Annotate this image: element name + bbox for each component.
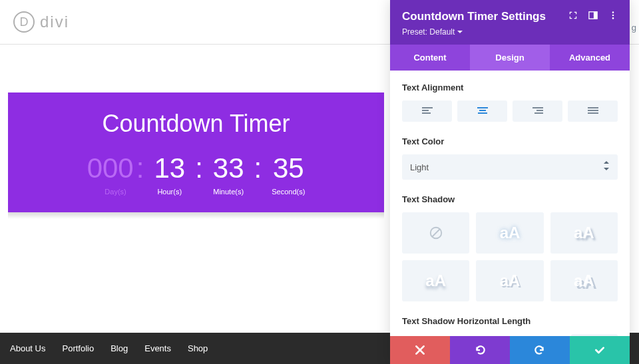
svg-point-2 xyxy=(612,11,614,13)
undo-button[interactable] xyxy=(450,336,510,364)
label-text-alignment: Text Alignment xyxy=(402,83,618,92)
text-color-select[interactable]: Light xyxy=(402,154,618,180)
panel-footer xyxy=(390,336,630,364)
countdown-minutes-label: Minute(s) xyxy=(213,188,244,196)
shadow-preset-5-button[interactable]: aA xyxy=(550,260,618,301)
countdown-days: 000: Day(s) xyxy=(87,154,144,196)
countdown-seconds-value: 35 xyxy=(273,154,304,182)
shadow-preset-4-button[interactable]: aA xyxy=(476,260,543,301)
countdown-minutes-value: 33 xyxy=(213,154,244,182)
align-justify-button[interactable] xyxy=(568,100,618,122)
countdown-hours: 13 Hour(s) xyxy=(154,154,185,196)
panel-tabs: Content Design Advanced xyxy=(390,45,630,71)
expand-icon[interactable] xyxy=(568,11,578,23)
logo-text: divi xyxy=(40,13,69,31)
align-right-button[interactable] xyxy=(513,100,562,122)
countdown-seconds-label: Second(s) xyxy=(272,188,305,196)
text-color-select-wrap: Light xyxy=(402,154,618,180)
countdown-title: Countdown Timer xyxy=(102,110,290,138)
countdown-seconds: 35 Second(s) xyxy=(272,154,305,196)
logo[interactable]: D divi xyxy=(13,11,69,33)
countdown-module[interactable]: Countdown Timer 000: Day(s) 13 Hour(s) :… xyxy=(8,92,384,212)
footer-link-portfolio[interactable]: Portfolio xyxy=(62,343,94,353)
svg-rect-1 xyxy=(594,12,597,19)
shadow-none-button[interactable] xyxy=(402,212,469,254)
panel-header[interactable]: Countdown Timer Settings Preset: Default xyxy=(390,0,630,45)
countdown-sep: : xyxy=(195,154,203,182)
label-text-color: Text Color xyxy=(402,136,618,146)
tab-advanced[interactable]: Advanced xyxy=(550,45,630,71)
footer-link-blog[interactable]: Blog xyxy=(110,343,128,353)
save-button[interactable] xyxy=(570,336,630,364)
countdown-days-label: Day(s) xyxy=(105,188,126,196)
chevron-down-icon xyxy=(457,29,463,35)
svg-point-4 xyxy=(612,17,614,19)
label-shadow-horizontal: Text Shadow Horizontal Length xyxy=(402,316,618,326)
module-shadow xyxy=(8,212,384,219)
footer-link-shop[interactable]: Shop xyxy=(188,343,208,353)
label-text-shadow: Text Shadow xyxy=(402,194,618,204)
snap-icon[interactable] xyxy=(588,11,598,23)
tab-design[interactable]: Design xyxy=(470,45,550,71)
svg-point-3 xyxy=(612,15,614,17)
text-alignment-options xyxy=(402,100,618,122)
shadow-preset-1-button[interactable]: aA xyxy=(476,212,543,254)
countdown-days-value: 000: xyxy=(87,154,144,182)
shadow-preset-3-button[interactable]: aA xyxy=(402,260,469,301)
text-shadow-grid: aA aA aA aA aA xyxy=(402,212,618,301)
more-icon[interactable] xyxy=(608,11,618,23)
cancel-button[interactable] xyxy=(390,336,450,364)
align-left-button[interactable] xyxy=(402,100,452,122)
countdown-row: 000: Day(s) 13 Hour(s) : 33 Minute(s) : … xyxy=(87,154,306,196)
redo-button[interactable] xyxy=(510,336,570,364)
footer-link-about[interactable]: About Us xyxy=(10,343,45,353)
svg-line-18 xyxy=(432,230,439,237)
settings-panel: Countdown Timer Settings Preset: Default… xyxy=(390,0,630,364)
panel-title: Countdown Timer Settings xyxy=(402,10,546,23)
shadow-horizontal-value[interactable]: 0em xyxy=(571,334,618,336)
truncated-char: g xyxy=(632,23,636,33)
footer-link-events[interactable]: Events xyxy=(144,343,171,353)
countdown-minutes: 33 Minute(s) xyxy=(213,154,244,196)
align-center-button[interactable] xyxy=(457,100,507,122)
panel-body[interactable]: Text Alignment Text Color Light T xyxy=(390,71,630,336)
shadow-preset-2-button[interactable]: aA xyxy=(550,212,618,254)
countdown-sep: : xyxy=(254,154,262,182)
panel-preset[interactable]: Preset: Default xyxy=(402,27,618,37)
countdown-hours-value: 13 xyxy=(154,154,185,182)
shadow-horizontal-slider-row: 0em xyxy=(402,334,618,336)
logo-mark: D xyxy=(13,11,35,33)
countdown-hours-label: Hour(s) xyxy=(157,188,182,196)
tab-content[interactable]: Content xyxy=(390,45,470,71)
